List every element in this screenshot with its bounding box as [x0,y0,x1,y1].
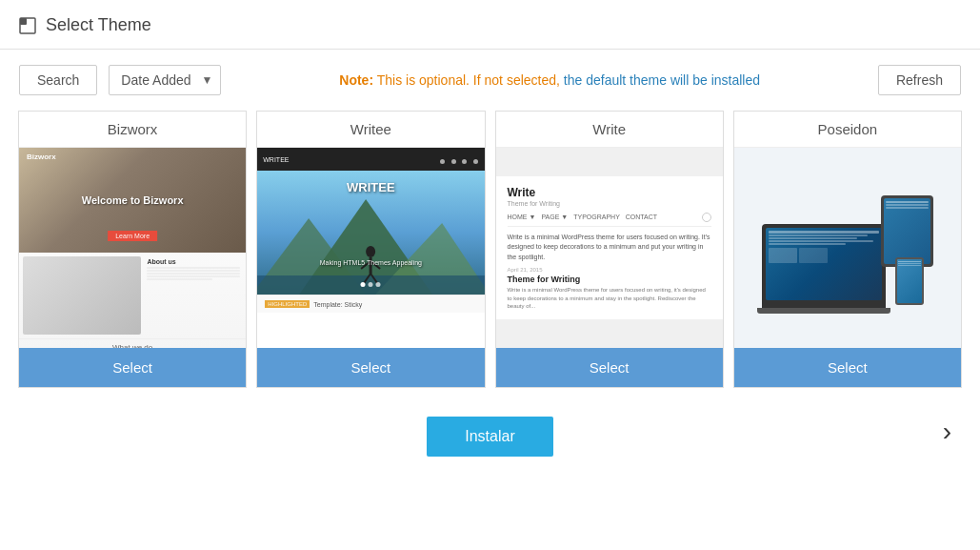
install-button[interactable]: Instalar [427,417,552,457]
theme-card-bizworx: Bizworx Bizworx Welcome to Bizworx Learn… [18,111,247,388]
select-button-writee[interactable]: Select [257,348,484,387]
writee-hero-img: WRITEE Making HTML5 Themes Appealing [257,171,484,295]
next-arrow-icon[interactable]: › [943,417,951,447]
theme-name-bizworx: Bizworx [19,112,246,148]
bottom-area: Instalar › [0,397,980,466]
theme-card-write: Write Write Theme for Writing HOME ▼ PAG… [495,111,724,388]
poseidon-devices [762,186,933,310]
search-button[interactable]: Search [19,65,97,95]
biz-text: About us [145,256,242,335]
write-post-title: Theme for Writing [508,275,711,284]
writee-title-overlay: WRITEE [347,180,395,194]
write-nav: HOME ▼ PAGE ▼ TYPOGRAPHY CONTACT [508,213,711,227]
write-tagline: Theme for Writing [508,200,711,207]
writee-subtitle: Making HTML5 Themes Appealing [320,259,422,266]
svg-rect-1 [20,18,27,25]
theme-preview-writee: WRITEE [257,148,484,348]
themes-grid: Bizworx Bizworx Welcome to Bizworx Learn… [0,111,980,388]
biz-hero-btn: Learn More [108,231,157,241]
biz-logo: Bizworx [27,153,56,161]
theme-icon [19,17,36,34]
sort-select-wrapper: Date Added Name Popularity ▼ [109,65,221,95]
svg-point-7 [366,246,375,257]
theme-preview-poseidon [734,148,961,348]
select-button-bizworx[interactable]: Select [19,348,246,387]
write-date: April 21, 2015 [508,267,711,273]
writee-sticky: HIGHLIGHTED Template: Sticky [257,295,484,313]
biz-hero-text: Welcome to Bizworx [82,194,184,206]
theme-name-writee: Writee [257,112,484,148]
note-default: the default theme will be installed [564,72,760,88]
theme-name-write: Write [496,112,723,148]
select-button-poseidon[interactable]: Select [734,348,961,387]
note-text: Note: This is optional. If not selected,… [232,72,867,88]
write-post-text: Write is a minimal WordPress theme for u… [508,286,711,310]
theme-preview-bizworx: Bizworx Welcome to Bizworx Learn More Ab… [19,148,246,348]
toolbar: Search Date Added Name Popularity ▼ Note… [0,50,980,111]
page-header: Select Theme [0,0,980,50]
theme-card-poseidon: Poseidon [733,111,962,388]
theme-card-writee: Writee WRITEE [256,111,485,388]
refresh-button[interactable]: Refresh [878,65,961,95]
select-button-write[interactable]: Select [496,348,723,387]
sort-select[interactable]: Date Added Name Popularity [110,66,220,94]
page-title: Select Theme [46,15,151,35]
write-paragraph: Write is a minimal WordPress theme for u… [508,233,711,263]
theme-name-poseidon: Poseidon [734,112,961,148]
note-optional: This is optional. If not selected, [373,72,564,88]
theme-preview-write: Write Theme for Writing HOME ▼ PAGE ▼ TY… [496,148,723,348]
writee-header: WRITEE [257,148,484,171]
write-site-title: Write [508,186,711,199]
biz-img [23,256,141,335]
note-label: Note: [339,72,373,88]
